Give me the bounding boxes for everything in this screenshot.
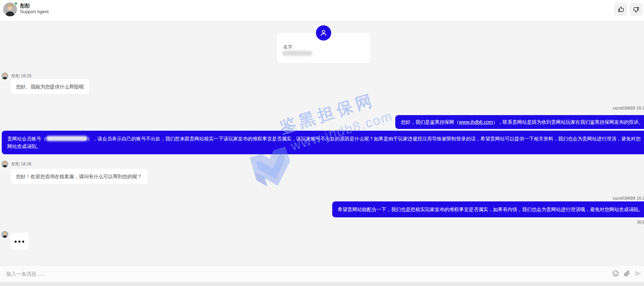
message-text: ），该会员表示自己的账号不出款，我们想来跟贵网站核实一下该玩家发布的维权事宜是否… — [7, 136, 641, 149]
message-text: 贵网站会员账号（ — [7, 136, 46, 141]
agent-avatar-small — [1, 231, 8, 238]
send-button[interactable] — [634, 269, 643, 278]
widget-bottom-strip — [0, 282, 644, 286]
attachment-button[interactable] — [622, 269, 631, 278]
chat-header: 彤彤 Support Agent — [0, 0, 644, 21]
thumb-down-icon — [633, 6, 640, 13]
message-meta: saze838689 16:26 — [612, 196, 644, 201]
chat-widget: 彤彤 Support Agent 名字: 彤彤 16:25 您好。我能为您提供什… — [0, 0, 644, 286]
jhdb6-link[interactable]: www.jhdb6.com — [459, 119, 493, 125]
paperclip-icon — [623, 270, 630, 277]
rate-down-button[interactable] — [629, 3, 643, 16]
message-text: ），联系贵网站是因为收到贵网站玩家在我们鉴黑担保网发布的投诉。 — [493, 119, 643, 125]
visitor-message-bubble: 贵网站会员账号（），该会员表示自己的账号不出款，我们想来跟贵网站核实一下该玩家发… — [2, 131, 644, 154]
prechat-user-badge — [316, 25, 331, 41]
thumb-up-icon — [617, 6, 625, 13]
read-status: 阅读 — [637, 219, 644, 225]
visitor-message-bubble: 您好，我们是鉴黑担保网（www.jhdb6.com），联系贵网站是因为收到贵网站… — [395, 115, 644, 129]
composer-bar — [0, 265, 644, 282]
agent-message-bubble: 您好。我能为您提供什么帮助呢 — [10, 79, 89, 94]
user-icon — [319, 28, 328, 37]
message-text: 您好，我们是鉴黑担保网（ — [401, 119, 459, 125]
message-meta: 彤彤 16:26 — [11, 161, 31, 167]
message-input[interactable] — [6, 269, 526, 279]
agent-message-bubble: 您好！欢迎您咨询在线客服，请问有什么可以帮到您的呢？ — [10, 169, 148, 184]
agent-name: 彤彤 — [20, 3, 30, 9]
agent-role: Support Agent — [20, 9, 48, 14]
name-label: 名字: — [283, 44, 294, 50]
visitor-message-bubble: 希望贵网站能配合一下，我们也是想核实玩家发布的维权事宜是否属实，如果有内情，我们… — [332, 201, 644, 217]
agent-avatar-small — [1, 72, 8, 79]
rate-up-button[interactable] — [614, 3, 627, 16]
message-meta: 彤彤 16:25 — [11, 73, 31, 79]
agent-avatar-small — [1, 161, 8, 167]
redacted-account-number — [46, 136, 88, 141]
redacted-name-value — [282, 51, 312, 56]
typing-indicator — [10, 233, 29, 250]
message-meta: saze838689 16:25 — [612, 106, 644, 111]
online-status-dot — [14, 2, 18, 5]
smiley-icon — [612, 270, 619, 277]
emoji-button[interactable] — [611, 269, 620, 278]
send-icon — [634, 270, 642, 277]
